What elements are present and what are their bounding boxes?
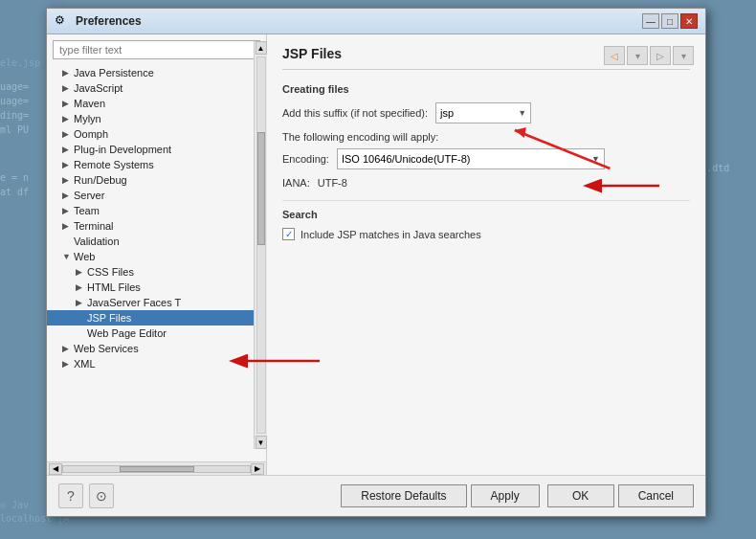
panel-nav: ◁ ▾ ▷ ▾ (604, 46, 694, 65)
iana-row: IANA: UTF-8 (282, 177, 690, 189)
nav-forward-button[interactable]: ▷ (650, 46, 671, 65)
horizontal-scrollbar[interactable]: ◀ ▶ (47, 461, 266, 475)
nav-back-dropdown[interactable]: ▾ (627, 46, 648, 65)
tree-item-webeditor[interactable]: Web Page Editor (47, 326, 266, 341)
preferences-dialog: ⚙ Preferences — □ ✕ ▶ Java Persistence ▶… (46, 8, 706, 517)
dialog-title: Preferences (76, 14, 142, 28)
expand-arrow: ▶ (62, 83, 70, 93)
tree-item-oomph[interactable]: ▶ Oomph (47, 126, 266, 142)
bottom-right: Restore Defaults Apply OK Cancel (341, 484, 694, 507)
tree-item-label: Plug-in Development (74, 144, 171, 155)
tree-item-terminal[interactable]: ▶ Terminal (47, 218, 266, 234)
preferences-icon: ⚙ (55, 13, 70, 29)
v-scroll-thumb[interactable] (257, 132, 265, 245)
ok-button[interactable]: OK (547, 484, 614, 507)
title-bar: ⚙ Preferences — □ ✕ (47, 9, 705, 34)
tree-item-label: JavaServer Faces T (87, 297, 181, 308)
tree-item-html[interactable]: ▶ HTML Files (47, 280, 266, 295)
tree-item-label: Java Persistence (74, 67, 154, 79)
expand-arrow: ▶ (62, 114, 70, 124)
checkbox-label: Include JSP matches in Java searches (300, 229, 481, 240)
scroll-left-arrow[interactable]: ◀ (49, 463, 62, 475)
expand-arrow: ▼ (62, 252, 70, 261)
expand-arrow: ▶ (62, 160, 70, 169)
bottom-bar: ? ⊙ Restore Defaults Apply OK Cancel (47, 475, 705, 516)
tree-item-xml[interactable]: ▶ XML (47, 356, 266, 371)
tree-item-label: Mylyn (74, 113, 101, 124)
iana-label: IANA: (282, 177, 310, 189)
info-button[interactable]: ⊙ (89, 483, 114, 508)
checkbox-row: ✓ Include JSP matches in Java searches (282, 228, 690, 240)
tree-item-jsf[interactable]: ▶ JavaServer Faces T (47, 295, 266, 310)
dialog-body: ▶ Java Persistence ▶ JavaScript ▶ Maven … (47, 34, 705, 475)
scroll-up-arrow[interactable]: ▲ (256, 41, 267, 55)
nav-back-button[interactable]: ◁ (604, 46, 625, 65)
tree-item-rundebug[interactable]: ▶ Run/Debug (47, 172, 266, 188)
tree-item-css[interactable]: ▶ CSS Files (47, 264, 266, 280)
close-button[interactable]: ✕ (680, 13, 698, 29)
nav-forward-dropdown[interactable]: ▾ (673, 46, 694, 65)
expand-arrow: ▶ (62, 359, 70, 369)
suffix-value: jsp (440, 107, 454, 119)
expand-arrow: ▶ (76, 298, 83, 307)
tree-item-label: Team (74, 205, 100, 216)
title-bar-left: ⚙ Preferences (55, 13, 142, 29)
filter-input[interactable] (53, 40, 260, 59)
apply-button[interactable]: Apply (471, 484, 540, 507)
tree-item-label: Server (74, 190, 104, 201)
tree-item-label: Oomph (74, 128, 108, 140)
expand-arrow: ▶ (62, 68, 70, 78)
expand-arrow: ▶ (62, 191, 70, 200)
tree-item-mylyn[interactable]: ▶ Mylyn (47, 111, 266, 126)
right-panel: ◁ ▾ ▷ ▾ JSP Files Creating files Add thi… (267, 34, 705, 475)
tree-area: ▶ Java Persistence ▶ JavaScript ▶ Maven … (47, 63, 266, 461)
suffix-dropdown-arrow: ▼ (518, 108, 526, 118)
expand-arrow: ▶ (62, 175, 70, 185)
creating-files-label: Creating files (282, 83, 690, 95)
tree-item-label: Web Services (74, 343, 139, 354)
scroll-down-arrow[interactable]: ▼ (256, 436, 267, 449)
restore-defaults-button[interactable]: Restore Defaults (341, 484, 466, 507)
tree-item-javascript[interactable]: ▶ JavaScript (47, 80, 266, 96)
tree-item-plugin[interactable]: ▶ Plug-in Development (47, 142, 266, 157)
tree-item-jsp[interactable]: JSP Files (47, 310, 266, 326)
tree-item-label: Run/Debug (74, 174, 127, 186)
vertical-scrollbar[interactable]: ▲ ▼ (254, 41, 267, 449)
encoding-dropdown-arrow: ▼ (591, 154, 600, 164)
suffix-select[interactable]: jsp ▼ (435, 102, 531, 124)
encoding-select[interactable]: ISO 10646/Unicode(UTF-8) ▼ (337, 148, 605, 169)
tree-item-label: Web Page Editor (87, 327, 167, 339)
expand-arrow: ▶ (62, 221, 70, 231)
tree-item-validation[interactable]: Validation (47, 234, 266, 249)
help-button[interactable]: ? (58, 483, 83, 508)
cancel-button[interactable]: Cancel (618, 484, 694, 507)
expand-arrow: ▶ (62, 99, 70, 108)
expand-arrow: ▶ (76, 267, 83, 277)
minimize-button[interactable]: — (642, 13, 659, 29)
tree-item-server[interactable]: ▶ Server (47, 188, 266, 203)
expand-arrow: ▶ (76, 282, 83, 292)
search-label: Search (282, 209, 690, 220)
tree-item-label: CSS Files (87, 266, 134, 278)
tree-item-team[interactable]: ▶ Team (47, 203, 266, 218)
scroll-thumb[interactable] (120, 466, 194, 472)
v-scroll-track[interactable] (256, 56, 266, 434)
expand-arrow: ▶ (62, 344, 70, 353)
encoding-label: Encoding: (282, 153, 329, 165)
title-controls: — □ ✕ (642, 13, 698, 29)
maximize-button[interactable]: □ (661, 13, 678, 29)
suffix-row: Add this suffix (if not specified): jsp … (282, 102, 690, 124)
scroll-track[interactable] (62, 465, 251, 473)
tree-item-label: Maven (74, 98, 105, 109)
tree-item-label: JSP Files (87, 312, 131, 324)
tree-item-web[interactable]: ▼ Web (47, 249, 266, 264)
encoding-note: The following encoding will apply: (282, 131, 690, 143)
expand-arrow: ▶ (62, 145, 70, 154)
encoding-row: Encoding: ISO 10646/Unicode(UTF-8) ▼ (282, 148, 690, 169)
tree-item-remote[interactable]: ▶ Remote Systems (47, 157, 266, 172)
include-jsp-checkbox[interactable]: ✓ (282, 228, 295, 240)
tree-item-java-persistence[interactable]: ▶ Java Persistence (47, 65, 266, 80)
tree-item-webservices[interactable]: ▶ Web Services (47, 341, 266, 356)
tree-item-maven[interactable]: ▶ Maven (47, 96, 266, 111)
scroll-right-arrow[interactable]: ▶ (251, 463, 264, 475)
